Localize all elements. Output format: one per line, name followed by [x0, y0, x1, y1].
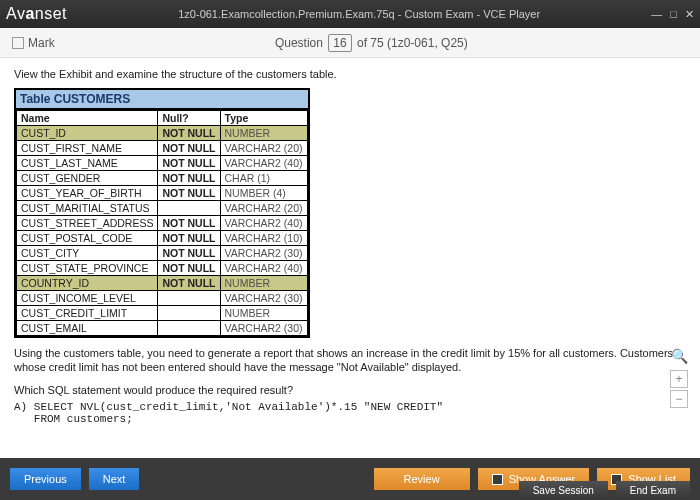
col-null: Null?: [158, 111, 220, 126]
cell-type: VARCHAR2 (10): [220, 231, 307, 246]
customers-table: Name Null? Type CUST_IDNOT NULLNUMBERCUS…: [16, 110, 308, 336]
close-icon[interactable]: ✕: [685, 8, 694, 21]
cell-type: VARCHAR2 (30): [220, 291, 307, 306]
cell-name: CUST_LAST_NAME: [17, 156, 158, 171]
cell-type: NUMBER (4): [220, 186, 307, 201]
table-row: CUST_CREDIT_LIMITNUMBER: [17, 306, 308, 321]
table-row: CUST_FIRST_NAMENOT NULLVARCHAR2 (20): [17, 141, 308, 156]
end-exam-button[interactable]: End Exam: [616, 481, 690, 499]
cell-null: NOT NULL: [158, 126, 220, 141]
cell-type: VARCHAR2 (20): [220, 201, 307, 216]
zoom-out-button[interactable]: −: [670, 390, 688, 408]
cell-type: VARCHAR2 (30): [220, 246, 307, 261]
titlebar: Avanset 1z0-061.Examcollection.Premium.E…: [0, 0, 700, 28]
question-text-1: Using the customers table, you need to g…: [14, 346, 686, 375]
save-session-button[interactable]: Save Session: [519, 481, 608, 499]
question-text-2: Which SQL statement would produce the re…: [14, 383, 686, 397]
review-button[interactable]: Review: [374, 468, 470, 490]
window-title: 1z0-061.Examcollection.Premium.Exam.75q …: [67, 8, 651, 20]
cell-name: CUST_CITY: [17, 246, 158, 261]
question-of-text: of 75 (1z0-061, Q25): [357, 36, 468, 50]
cell-name: CUST_ID: [17, 126, 158, 141]
instruction-text: View the Exhibit and examine the structu…: [14, 68, 686, 80]
zoom-controls: 🔍 + −: [670, 348, 688, 408]
cell-null: [158, 306, 220, 321]
table-row: CUST_STREET_ADDRESSNOT NULLVARCHAR2 (40): [17, 216, 308, 231]
cell-null: NOT NULL: [158, 246, 220, 261]
magnify-icon[interactable]: 🔍: [671, 348, 688, 364]
table-row: CUST_STATE_PROVINCENOT NULLVARCHAR2 (40): [17, 261, 308, 276]
cell-null: [158, 201, 220, 216]
cell-name: CUST_YEAR_OF_BIRTH: [17, 186, 158, 201]
cell-type: NUMBER: [220, 126, 307, 141]
cell-null: NOT NULL: [158, 261, 220, 276]
show-answer-checkbox[interactable]: [492, 474, 503, 485]
mark-checkbox[interactable]: [12, 37, 24, 49]
previous-button[interactable]: Previous: [10, 468, 81, 490]
cell-name: CUST_STREET_ADDRESS: [17, 216, 158, 231]
zoom-in-button[interactable]: +: [670, 370, 688, 388]
cell-name: CUST_EMAIL: [17, 321, 158, 336]
cell-name: CUST_POSTAL_CODE: [17, 231, 158, 246]
cell-type: VARCHAR2 (40): [220, 261, 307, 276]
cell-type: VARCHAR2 (40): [220, 156, 307, 171]
table-row: CUST_EMAILVARCHAR2 (30): [17, 321, 308, 336]
cell-null: NOT NULL: [158, 186, 220, 201]
cell-type: VARCHAR2 (30): [220, 321, 307, 336]
cell-name: CUST_GENDER: [17, 171, 158, 186]
col-type: Type: [220, 111, 307, 126]
cell-name: CUST_FIRST_NAME: [17, 141, 158, 156]
logo-part: nset: [35, 5, 67, 22]
next-button[interactable]: Next: [89, 468, 140, 490]
table-row: CUST_IDNOT NULLNUMBER: [17, 126, 308, 141]
cell-name: CUST_STATE_PROVINCE: [17, 261, 158, 276]
question-content: View the Exhibit and examine the structu…: [0, 58, 700, 458]
question-number: 16: [328, 34, 351, 52]
logo-part: Av: [6, 5, 25, 22]
exhibit-table: Table CUSTOMERS Name Null? Type CUST_IDN…: [14, 88, 310, 338]
cell-type: CHAR (1): [220, 171, 307, 186]
cell-null: NOT NULL: [158, 141, 220, 156]
cell-null: [158, 321, 220, 336]
cell-null: NOT NULL: [158, 276, 220, 291]
table-row: CUST_CITYNOT NULLVARCHAR2 (30): [17, 246, 308, 261]
table-row: CUST_GENDERNOT NULLCHAR (1): [17, 171, 308, 186]
window-controls: — □ ✕: [651, 8, 694, 21]
cell-null: NOT NULL: [158, 231, 220, 246]
option-a[interactable]: A) SELECT NVL(cust_credit_limit,'Not Ava…: [14, 401, 686, 425]
mark-label: Mark: [28, 36, 55, 50]
question-label: Question: [275, 36, 323, 50]
question-indicator: Question 16 of 75 (1z0-061, Q25): [55, 34, 688, 52]
cell-name: COUNTRY_ID: [17, 276, 158, 291]
cell-type: NUMBER: [220, 306, 307, 321]
table-row: CUST_YEAR_OF_BIRTHNOT NULLNUMBER (4): [17, 186, 308, 201]
cell-null: NOT NULL: [158, 216, 220, 231]
col-name: Name: [17, 111, 158, 126]
table-row: CUST_LAST_NAMENOT NULLVARCHAR2 (40): [17, 156, 308, 171]
cell-null: NOT NULL: [158, 156, 220, 171]
table-row: CUST_INCOME_LEVELVARCHAR2 (30): [17, 291, 308, 306]
logo-part: a: [25, 5, 34, 22]
minimize-icon[interactable]: —: [651, 8, 662, 21]
cell-null: NOT NULL: [158, 171, 220, 186]
cell-type: VARCHAR2 (20): [220, 141, 307, 156]
cell-name: CUST_MARITIAL_STATUS: [17, 201, 158, 216]
maximize-icon[interactable]: □: [670, 8, 677, 21]
exhibit-title: Table CUSTOMERS: [16, 90, 308, 110]
cell-type: NUMBER: [220, 276, 307, 291]
cell-type: VARCHAR2 (40): [220, 216, 307, 231]
table-row: CUST_MARITIAL_STATUSVARCHAR2 (20): [17, 201, 308, 216]
table-row: COUNTRY_IDNOT NULLNUMBER: [17, 276, 308, 291]
cell-null: [158, 291, 220, 306]
logo: Avanset: [6, 5, 67, 23]
cell-name: CUST_CREDIT_LIMIT: [17, 306, 158, 321]
question-bar: Mark Question 16 of 75 (1z0-061, Q25): [0, 28, 700, 58]
cell-name: CUST_INCOME_LEVEL: [17, 291, 158, 306]
table-row: CUST_POSTAL_CODENOT NULLVARCHAR2 (10): [17, 231, 308, 246]
